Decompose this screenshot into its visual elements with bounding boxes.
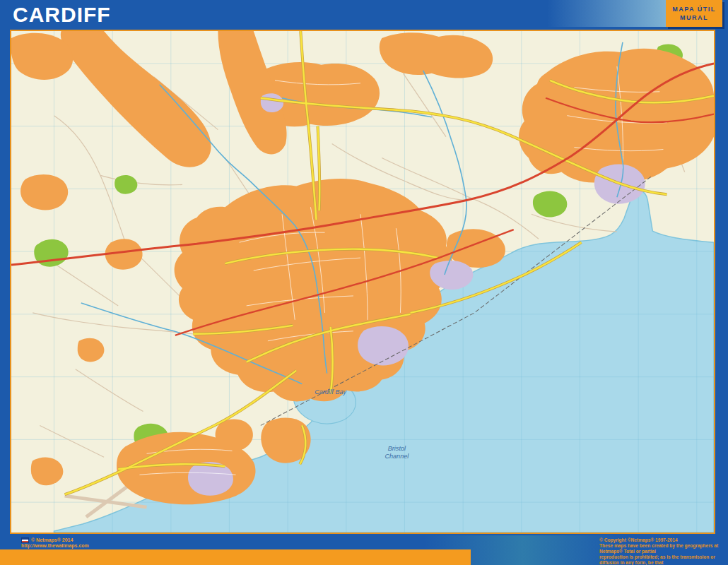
copyright-line-1: © Copyright ©Netmaps® 1997-2014 [599, 537, 723, 543]
mapa-util-badge: MAPA ÚTIL MURAL [666, 0, 722, 27]
cardiff-bay-label: Cardiff Bay [315, 388, 346, 396]
badge-gradient-strip [547, 0, 667, 27]
bristol-channel-label-line2: Channel [385, 453, 410, 460]
wall-map-poster: CARDIFF MAPA ÚTIL MURAL [0, 0, 728, 565]
credit-line-2: http://www.thewallmaps.com [21, 543, 89, 549]
map-title: CARDIFF [13, 3, 111, 27]
copyright-notice: © Copyright ©Netmaps® 1997-2014 These ma… [599, 537, 723, 565]
title-bar: CARDIFF MAPA ÚTIL MURAL [0, 0, 728, 30]
footer-orange-bar [0, 549, 471, 565]
copyright-line-3: reproduction is prohibited; as is the tr… [599, 554, 723, 565]
footer-bar: © Netmaps® 2014 http://www.thewallmaps.c… [0, 535, 728, 565]
bristol-channel-label-line1: Bristol [388, 445, 406, 452]
map-canvas: Cardiff Bay Bristol Channel [11, 31, 714, 533]
netmaps-flag-icon [21, 537, 29, 543]
badge-line2: MURAL [680, 13, 708, 22]
credit-line-1: © Netmaps® 2014 [31, 537, 73, 543]
badge-line1: MAPA ÚTIL [672, 5, 716, 13]
map-frame: Cardiff Bay Bristol Channel [10, 30, 715, 534]
copyright-line-2: These maps have been created by the geog… [599, 543, 723, 554]
